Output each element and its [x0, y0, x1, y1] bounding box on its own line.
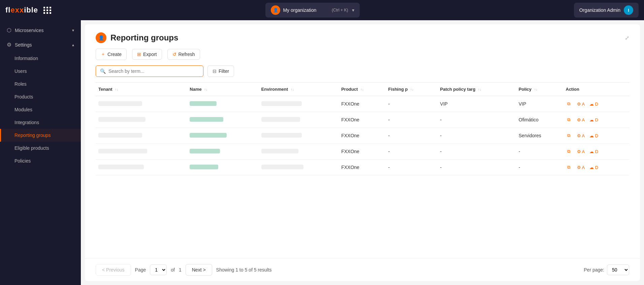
- cell-tenant: [96, 128, 187, 144]
- cell-product: FXXOne: [339, 144, 385, 160]
- settings-chevron-icon: ▴: [72, 42, 74, 47]
- sidebar-item-integrations[interactable]: Integrations: [0, 116, 81, 129]
- table-wrapper: Tenant ↑↓ Name ↑↓ Environment ↑↓ Product…: [85, 82, 640, 258]
- col-fishing-policy[interactable]: Fishing p ↑↓: [386, 83, 438, 96]
- page-label: Page: [135, 267, 146, 273]
- edit-button[interactable]: ⚙ A: [576, 101, 586, 108]
- cell-product: FXXOne: [339, 128, 385, 144]
- sidebar-item-products[interactable]: Products: [0, 90, 81, 103]
- delete-button[interactable]: ☁ D: [588, 132, 600, 139]
- view-button[interactable]: ⧉: [566, 148, 572, 155]
- delete-button[interactable]: ☁ D: [588, 101, 600, 108]
- col-environment[interactable]: Environment ↑↓: [259, 83, 339, 96]
- cell-patch-policy: -: [438, 144, 516, 160]
- cell-patch-policy: -: [438, 128, 516, 144]
- edit-button[interactable]: ⚙ A: [576, 132, 586, 139]
- cell-action: ⧉ ⚙ A ☁ D: [563, 144, 630, 160]
- table-row: FXXOne - - - ⧉ ⚙ A ☁ D: [96, 160, 629, 175]
- sidebar-label-settings: Settings: [15, 42, 32, 48]
- action-buttons: ⧉ ⚙ A ☁ D: [566, 116, 627, 123]
- refresh-icon: ↺: [172, 52, 176, 57]
- sidebar-item-settings[interactable]: ⚙ Settings ▴: [0, 37, 81, 52]
- toolbar: ＋ Create ⊞ Export ↺ Refresh: [85, 43, 640, 65]
- col-policy[interactable]: Policy ↑↓: [516, 83, 563, 96]
- cell-name: [187, 128, 258, 144]
- table-header-row: Tenant ↑↓ Name ↑↓ Environment ↑↓ Product…: [96, 83, 629, 96]
- filter-button[interactable]: ⊟ Filter: [207, 65, 234, 77]
- cell-policy: -: [516, 160, 563, 175]
- page-header: 👤 Reporting groups ⤢: [85, 24, 640, 43]
- create-button[interactable]: ＋ Create: [96, 49, 127, 60]
- per-page-select[interactable]: 50 25 100: [607, 264, 629, 275]
- nav-left: flexxible: [5, 6, 52, 15]
- sidebar-item-modules[interactable]: Modules: [0, 103, 81, 116]
- sidebar-item-roles[interactable]: Roles: [0, 78, 81, 90]
- filter-label: Filter: [219, 68, 229, 74]
- prev-label: < Previous: [102, 267, 125, 273]
- sidebar-item-information[interactable]: Information: [0, 52, 81, 65]
- org-switcher[interactable]: 👤 My organization (Ctrl + K) ▾: [265, 3, 360, 18]
- action-buttons: ⧉ ⚙ A ☁ D: [566, 148, 627, 155]
- cell-fishing-policy: -: [386, 96, 438, 112]
- table-row: FXXOne - - Ofimático ⧉ ⚙ A ☁ D: [96, 112, 629, 128]
- view-button[interactable]: ⧉: [566, 116, 572, 123]
- col-name[interactable]: Name ↑↓: [187, 83, 258, 96]
- cell-action: ⧉ ⚙ A ☁ D: [563, 128, 630, 144]
- nav-right: Organization Admin I: [574, 3, 639, 18]
- org-icon: 👤: [271, 5, 280, 15]
- export-button[interactable]: ⊞ Export: [132, 49, 162, 60]
- microservices-icon: ⬡: [7, 27, 11, 33]
- refresh-button[interactable]: ↺ Refresh: [167, 49, 200, 60]
- expand-icon[interactable]: ⤢: [625, 35, 629, 41]
- cell-product: FXXOne: [339, 96, 385, 112]
- cell-patch-policy: VIP: [438, 96, 516, 112]
- page-icon: 👤: [96, 32, 106, 43]
- results-text: Showing 1 to 5 of 5 results: [216, 267, 272, 273]
- search-input[interactable]: [108, 68, 199, 74]
- page-content: 👤 Reporting groups ⤢ ＋ Create ⊞ Export ↺…: [85, 24, 640, 281]
- per-page-section: Per page: 50 25 100: [584, 264, 629, 275]
- export-label: Export: [143, 52, 157, 57]
- search-box[interactable]: 🔍: [96, 65, 203, 77]
- main-layout: ⬡ Microservices ▾ ⚙ Settings ▴ Informati…: [0, 20, 644, 285]
- sidebar-item-reporting-groups[interactable]: Reporting groups: [0, 129, 81, 142]
- cell-name: [187, 160, 258, 175]
- product-sort-icon: ↑↓: [360, 88, 364, 91]
- sidebar-item-eligible-products[interactable]: Eligible products: [0, 142, 81, 154]
- action-buttons: ⧉ ⚙ A ☁ D: [566, 100, 627, 108]
- top-navigation: flexxible 👤 My organization (Ctrl + K) ▾…: [0, 0, 644, 20]
- cell-environment: [259, 160, 339, 175]
- prev-button[interactable]: < Previous: [96, 264, 131, 276]
- sidebar-item-policies[interactable]: Policies: [0, 154, 81, 167]
- export-icon: ⊞: [137, 52, 141, 57]
- delete-button[interactable]: ☁ D: [588, 164, 600, 171]
- edit-button[interactable]: ⚙ A: [576, 148, 586, 155]
- edit-button[interactable]: ⚙ A: [576, 116, 586, 123]
- table-row: FXXOne - - - ⧉ ⚙ A ☁ D: [96, 144, 629, 160]
- cell-environment: [259, 128, 339, 144]
- keyboard-shortcut: (Ctrl + K): [332, 8, 348, 12]
- sidebar-item-microservices[interactable]: ⬡ Microservices ▾: [0, 23, 81, 37]
- grid-menu-icon[interactable]: [43, 7, 52, 14]
- view-button[interactable]: ⧉: [566, 164, 572, 171]
- policy-sort-icon: ↑↓: [534, 88, 538, 91]
- col-product[interactable]: Product ↑↓: [339, 83, 385, 96]
- view-button[interactable]: ⧉: [566, 132, 572, 139]
- cell-policy: -: [516, 144, 563, 160]
- col-tenant[interactable]: Tenant ↑↓: [96, 83, 187, 96]
- col-patch-policy[interactable]: Patch policy targ ↑↓: [438, 83, 516, 96]
- page-select[interactable]: 1: [150, 264, 167, 275]
- create-label: Create: [107, 52, 122, 57]
- app-logo: flexxible: [5, 6, 38, 15]
- delete-button[interactable]: ☁ D: [588, 148, 600, 155]
- cell-environment: [259, 112, 339, 128]
- total-pages: 1: [179, 267, 182, 273]
- edit-button[interactable]: ⚙ A: [576, 164, 586, 171]
- page-title: Reporting groups: [110, 33, 178, 42]
- delete-button[interactable]: ☁ D: [588, 116, 600, 123]
- sidebar-item-users[interactable]: Users: [0, 65, 81, 78]
- next-button[interactable]: Next >: [186, 264, 212, 276]
- view-button[interactable]: ⧉: [566, 100, 572, 108]
- user-profile[interactable]: Organization Admin I: [574, 3, 639, 18]
- sidebar: ⬡ Microservices ▾ ⚙ Settings ▴ Informati…: [0, 20, 81, 285]
